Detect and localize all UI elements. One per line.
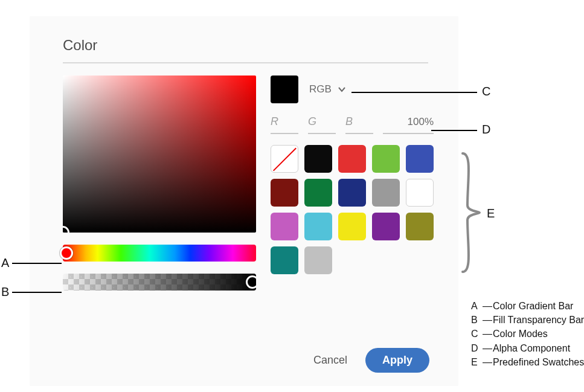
hue-handle[interactable] bbox=[60, 246, 73, 260]
color-mode-dropdown[interactable]: RGB bbox=[309, 83, 346, 95]
color-panel: Color bbox=[30, 16, 458, 386]
callout-a-line bbox=[12, 263, 62, 264]
chevron-down-icon bbox=[338, 85, 346, 94]
color-mode-label: RGB bbox=[309, 83, 332, 95]
swatch-red[interactable] bbox=[338, 145, 366, 173]
swatch-purple[interactable] bbox=[372, 213, 400, 240]
swatch-grid bbox=[271, 145, 434, 274]
swatch-maroon[interactable] bbox=[271, 179, 298, 207]
swatch-sky[interactable] bbox=[304, 213, 332, 240]
divider bbox=[63, 62, 428, 63]
swatch-navy[interactable] bbox=[338, 179, 366, 207]
channel-r-label: R bbox=[271, 115, 298, 128]
panel-title: Color bbox=[63, 37, 428, 54]
channel-g-label: G bbox=[308, 115, 336, 128]
hue-slider[interactable] bbox=[63, 245, 256, 262]
satval-handle[interactable] bbox=[63, 226, 69, 233]
callout-legend: A—Color Gradient Bar B—Fill Transparency… bbox=[471, 299, 584, 369]
saturation-value-field[interactable] bbox=[63, 76, 256, 233]
swatch-olive[interactable] bbox=[406, 213, 434, 240]
swatch-silver[interactable] bbox=[304, 246, 332, 274]
callout-e-label: E bbox=[487, 207, 495, 220]
swatch-white[interactable] bbox=[406, 179, 434, 207]
apply-button[interactable]: Apply bbox=[365, 348, 429, 373]
alpha-input[interactable] bbox=[383, 133, 434, 134]
cancel-button[interactable]: Cancel bbox=[309, 348, 352, 373]
alpha-handle[interactable] bbox=[246, 275, 256, 289]
callout-d-line bbox=[431, 130, 477, 131]
callout-e-brace bbox=[459, 151, 481, 275]
color-preview bbox=[271, 76, 298, 103]
swatch-orchid[interactable] bbox=[271, 213, 298, 240]
swatch-yellow[interactable] bbox=[338, 213, 366, 240]
swatch-forest[interactable] bbox=[304, 179, 332, 207]
alpha-gradient bbox=[63, 274, 256, 291]
alpha-slider[interactable] bbox=[63, 274, 256, 291]
channel-r-input[interactable] bbox=[271, 133, 298, 134]
swatch-blue[interactable] bbox=[406, 145, 434, 173]
callout-b-line bbox=[12, 292, 62, 293]
channel-b-input[interactable] bbox=[345, 133, 373, 134]
callout-d-label: D bbox=[482, 123, 490, 137]
callout-b-label: B bbox=[1, 285, 9, 299]
channel-b-label: B bbox=[345, 115, 373, 128]
swatch-none[interactable] bbox=[271, 145, 298, 173]
callout-c-label: C bbox=[482, 85, 490, 98]
channel-g-input[interactable] bbox=[308, 133, 336, 134]
swatch-green[interactable] bbox=[372, 145, 400, 173]
callout-a-label: A bbox=[1, 256, 9, 270]
swatch-teal[interactable] bbox=[271, 246, 298, 274]
callout-c-line bbox=[351, 92, 477, 93]
alpha-value[interactable]: 100% bbox=[383, 116, 434, 128]
swatch-gray[interactable] bbox=[372, 179, 400, 207]
swatch-black[interactable] bbox=[304, 145, 332, 173]
